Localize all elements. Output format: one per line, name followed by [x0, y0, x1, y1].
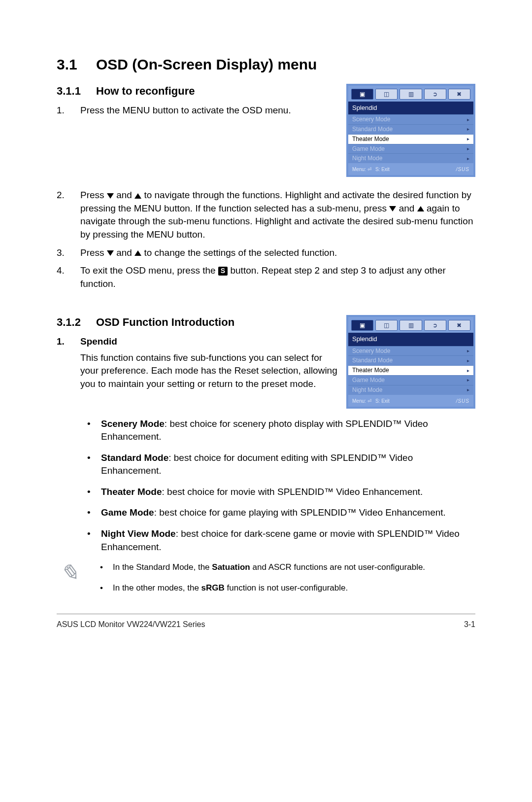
mode-bullet: •Night View Mode: best choice for dark-s…: [87, 527, 475, 554]
splendid-heading: 1.Spendid: [57, 335, 337, 349]
triangle-down-icon: [107, 193, 114, 199]
chevron-right-icon: ▸: [467, 155, 469, 162]
osd-screenshot: ▣ ◫ ▥ ➲ ✖ Splendid Scenery Mode▸ Standar…: [346, 84, 475, 177]
step-text: Press and to change the settings of the …: [80, 246, 475, 260]
footer-left: ASUS LCD Monitor VW224/VW221 Series: [57, 619, 205, 630]
chevron-right-icon: ▸: [467, 377, 469, 384]
osd-tab-splendid-icon: ▣: [351, 320, 373, 331]
osd-item-selected: Theater Mode▸: [348, 134, 473, 144]
triangle-up-icon: [134, 193, 141, 199]
step-number: 4.: [57, 264, 80, 290]
osd-tab-splendid-icon: ▣: [351, 89, 373, 100]
section-heading: 3.1OSD (On-Screen Display) menu: [57, 54, 475, 75]
osd-tab-row: ▣ ◫ ▥ ➲ ✖: [348, 317, 473, 333]
subsection-number: 3.1.1: [57, 84, 96, 99]
footer-rule: [57, 614, 475, 614]
triangle-up-icon: [417, 206, 424, 211]
osd-item: Standard Mode▸: [348, 355, 473, 365]
bullet-icon: •: [100, 561, 113, 573]
osd-tab-input-icon: ➲: [424, 320, 446, 331]
osd-footer: Menu: ⏎ S: Exit /SUS: [348, 395, 473, 407]
osd-tab-image-icon: ◫: [375, 320, 398, 331]
mode-bullet: •Theater Mode: best choice for movie wit…: [87, 486, 475, 499]
bullet-icon: •: [87, 452, 101, 478]
subsection-heading: 3.1.1How to reconfigure: [57, 84, 337, 99]
step-text: Press the MENU button to activate the OS…: [80, 104, 337, 117]
bullet-icon: •: [87, 527, 101, 554]
osd-item: Night Mode▸: [348, 153, 473, 163]
footer-right: 3-1: [464, 619, 475, 630]
osd-item-selected: Theater Mode▸: [348, 365, 473, 375]
chevron-right-icon: ▸: [467, 116, 469, 123]
osd-menu-title: Splendid: [348, 102, 473, 114]
mode-bullet: •Game Mode: best choice for game playing…: [87, 506, 475, 520]
asus-logo: /SUS: [456, 166, 469, 173]
section-title: OSD (On-Screen Display) menu: [96, 56, 317, 72]
triangle-up-icon: [134, 250, 141, 256]
step-text: Press and to navigate through the functi…: [80, 189, 475, 241]
osd-item: Night Mode▸: [348, 385, 473, 395]
osd-item: Game Mode▸: [348, 144, 473, 154]
splendid-intro: This function contains five sub-function…: [80, 351, 337, 391]
s-button-icon: S: [218, 267, 228, 275]
triangle-down-icon: [389, 206, 396, 211]
chevron-right-icon: ▸: [467, 357, 469, 364]
osd-screenshot: ▣ ◫ ▥ ➲ ✖ Splendid Scenery Mode▸ Standar…: [346, 315, 475, 408]
osd-tab-exit-icon: ✖: [448, 320, 470, 331]
osd-tab-input-icon: ➲: [424, 89, 446, 100]
pencil-note-icon: ✎: [57, 561, 91, 584]
osd-tab-color-icon: ▥: [399, 320, 422, 331]
osd-item: Standard Mode▸: [348, 124, 473, 134]
step-number: 3.: [57, 246, 80, 260]
chevron-right-icon: ▸: [467, 386, 469, 393]
osd-item: Scenery Mode▸: [348, 346, 473, 356]
osd-tab-exit-icon: ✖: [448, 89, 470, 100]
step-item: 4. To exit the OSD menu, press the S but…: [57, 264, 475, 290]
osd-tab-row: ▣ ◫ ▥ ➲ ✖: [348, 86, 473, 102]
osd-footer: Menu: ⏎ S: Exit /SUS: [348, 163, 473, 175]
bullet-icon: •: [87, 486, 101, 499]
osd-tab-image-icon: ◫: [375, 89, 398, 100]
step-item: 1. Press the MENU button to activate the…: [57, 104, 337, 117]
chevron-right-icon: ▸: [467, 145, 469, 152]
subsection-number: 3.1.2: [57, 315, 96, 330]
note-item: •In the Standard Mode, the Satuation and…: [100, 561, 475, 573]
step-item: 3. Press and to change the settings of t…: [57, 246, 475, 260]
mode-bullet: •Standard Mode: best choice for document…: [87, 452, 475, 478]
step-number: 1.: [57, 104, 80, 117]
step-item: 2. Press and to navigate through the fun…: [57, 189, 475, 241]
osd-tab-color-icon: ▥: [399, 89, 422, 100]
chevron-right-icon: ▸: [467, 136, 469, 142]
section-number: 3.1: [57, 54, 96, 75]
subsection-heading: 3.1.2OSD Function Introduction: [57, 315, 337, 330]
osd-menu-title: Splendid: [348, 333, 473, 346]
chevron-right-icon: ▸: [467, 126, 469, 133]
mode-bullet: •Scenery Mode: best choice for scenery p…: [87, 418, 475, 444]
step-number: 2.: [57, 189, 80, 241]
chevron-right-icon: ▸: [467, 348, 469, 354]
bullet-icon: •: [87, 418, 101, 444]
chevron-right-icon: ▸: [467, 367, 469, 374]
osd-item: Scenery Mode▸: [348, 114, 473, 124]
asus-logo: /SUS: [456, 398, 469, 405]
bullet-icon: •: [87, 506, 101, 520]
page-footer: ASUS LCD Monitor VW224/VW221 Series 3-1: [57, 619, 475, 630]
triangle-down-icon: [107, 250, 114, 256]
note-item: •In the other modes, the sRGB function i…: [100, 582, 475, 594]
subsection-title: OSD Function Introduction: [96, 316, 234, 328]
subsection-title: How to reconfigure: [96, 85, 195, 97]
osd-item: Game Mode▸: [348, 375, 473, 385]
step-text: To exit the OSD menu, press the S button…: [80, 264, 475, 290]
bullet-icon: •: [100, 582, 113, 594]
